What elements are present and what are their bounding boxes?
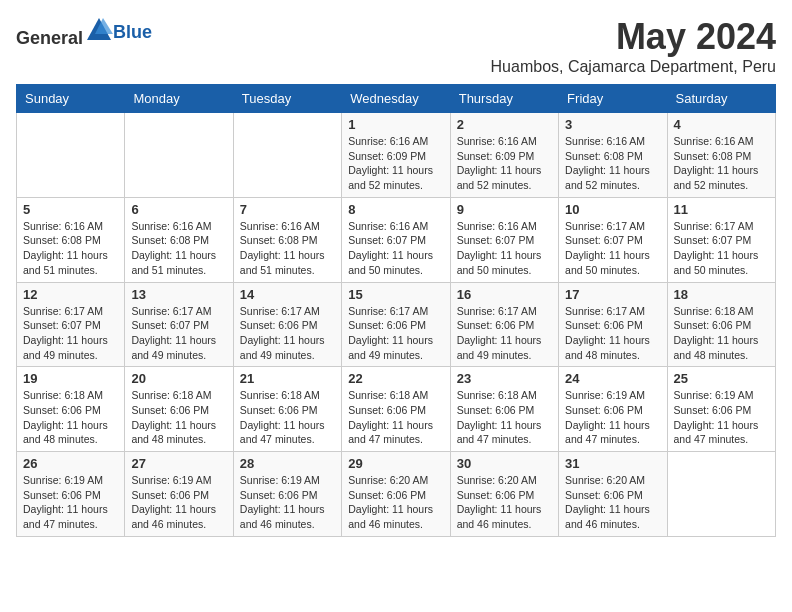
calendar-cell: 12Sunrise: 6:17 AMSunset: 6:07 PMDayligh… [17,282,125,367]
day-info: Sunrise: 6:17 AMSunset: 6:06 PMDaylight:… [565,304,660,363]
day-info: Sunrise: 6:20 AMSunset: 6:06 PMDaylight:… [565,473,660,532]
day-info: Sunrise: 6:17 AMSunset: 6:06 PMDaylight:… [457,304,552,363]
weekday-header-wednesday: Wednesday [342,85,450,113]
day-info: Sunrise: 6:16 AMSunset: 6:08 PMDaylight:… [131,219,226,278]
day-info: Sunrise: 6:17 AMSunset: 6:07 PMDaylight:… [23,304,118,363]
subtitle: Huambos, Cajamarca Department, Peru [491,58,776,76]
calendar-cell: 25Sunrise: 6:19 AMSunset: 6:06 PMDayligh… [667,367,775,452]
calendar-cell: 3Sunrise: 6:16 AMSunset: 6:08 PMDaylight… [559,113,667,198]
day-info: Sunrise: 6:16 AMSunset: 6:09 PMDaylight:… [457,134,552,193]
calendar-cell: 14Sunrise: 6:17 AMSunset: 6:06 PMDayligh… [233,282,341,367]
day-number: 30 [457,456,552,471]
calendar-cell: 18Sunrise: 6:18 AMSunset: 6:06 PMDayligh… [667,282,775,367]
day-info: Sunrise: 6:19 AMSunset: 6:06 PMDaylight:… [23,473,118,532]
day-number: 24 [565,371,660,386]
calendar-cell [233,113,341,198]
calendar-cell: 15Sunrise: 6:17 AMSunset: 6:06 PMDayligh… [342,282,450,367]
calendar-cell: 20Sunrise: 6:18 AMSunset: 6:06 PMDayligh… [125,367,233,452]
main-title: May 2024 [491,16,776,58]
day-info: Sunrise: 6:16 AMSunset: 6:08 PMDaylight:… [23,219,118,278]
calendar-cell: 8Sunrise: 6:16 AMSunset: 6:07 PMDaylight… [342,197,450,282]
day-number: 27 [131,456,226,471]
day-info: Sunrise: 6:18 AMSunset: 6:06 PMDaylight:… [131,388,226,447]
title-section: May 2024 Huambos, Cajamarca Department, … [491,16,776,76]
calendar-cell: 22Sunrise: 6:18 AMSunset: 6:06 PMDayligh… [342,367,450,452]
day-number: 16 [457,287,552,302]
day-number: 7 [240,202,335,217]
calendar-cell: 23Sunrise: 6:18 AMSunset: 6:06 PMDayligh… [450,367,558,452]
day-number: 13 [131,287,226,302]
day-number: 18 [674,287,769,302]
day-info: Sunrise: 6:16 AMSunset: 6:09 PMDaylight:… [348,134,443,193]
weekday-header-monday: Monday [125,85,233,113]
day-info: Sunrise: 6:18 AMSunset: 6:06 PMDaylight:… [240,388,335,447]
day-number: 25 [674,371,769,386]
day-info: Sunrise: 6:19 AMSunset: 6:06 PMDaylight:… [131,473,226,532]
calendar-cell: 31Sunrise: 6:20 AMSunset: 6:06 PMDayligh… [559,452,667,537]
calendar-cell: 29Sunrise: 6:20 AMSunset: 6:06 PMDayligh… [342,452,450,537]
calendar-cell: 11Sunrise: 6:17 AMSunset: 6:07 PMDayligh… [667,197,775,282]
day-info: Sunrise: 6:17 AMSunset: 6:07 PMDaylight:… [565,219,660,278]
day-info: Sunrise: 6:20 AMSunset: 6:06 PMDaylight:… [348,473,443,532]
calendar-cell: 7Sunrise: 6:16 AMSunset: 6:08 PMDaylight… [233,197,341,282]
calendar-cell: 24Sunrise: 6:19 AMSunset: 6:06 PMDayligh… [559,367,667,452]
day-info: Sunrise: 6:17 AMSunset: 6:07 PMDaylight:… [674,219,769,278]
weekday-header-thursday: Thursday [450,85,558,113]
day-number: 2 [457,117,552,132]
day-number: 15 [348,287,443,302]
week-row-2: 5Sunrise: 6:16 AMSunset: 6:08 PMDaylight… [17,197,776,282]
calendar-cell: 19Sunrise: 6:18 AMSunset: 6:06 PMDayligh… [17,367,125,452]
day-info: Sunrise: 6:16 AMSunset: 6:07 PMDaylight:… [457,219,552,278]
calendar-cell: 13Sunrise: 6:17 AMSunset: 6:07 PMDayligh… [125,282,233,367]
day-number: 22 [348,371,443,386]
day-info: Sunrise: 6:19 AMSunset: 6:06 PMDaylight:… [240,473,335,532]
day-number: 3 [565,117,660,132]
week-row-3: 12Sunrise: 6:17 AMSunset: 6:07 PMDayligh… [17,282,776,367]
calendar-cell: 4Sunrise: 6:16 AMSunset: 6:08 PMDaylight… [667,113,775,198]
week-row-4: 19Sunrise: 6:18 AMSunset: 6:06 PMDayligh… [17,367,776,452]
day-number: 28 [240,456,335,471]
weekday-header-friday: Friday [559,85,667,113]
calendar-table: SundayMondayTuesdayWednesdayThursdayFrid… [16,84,776,537]
page-header: General Blue May 2024 Huambos, Cajamarca… [16,16,776,76]
calendar-cell: 26Sunrise: 6:19 AMSunset: 6:06 PMDayligh… [17,452,125,537]
day-number: 5 [23,202,118,217]
calendar-cell [125,113,233,198]
day-info: Sunrise: 6:18 AMSunset: 6:06 PMDaylight:… [674,304,769,363]
day-number: 17 [565,287,660,302]
day-info: Sunrise: 6:17 AMSunset: 6:06 PMDaylight:… [348,304,443,363]
calendar-cell: 17Sunrise: 6:17 AMSunset: 6:06 PMDayligh… [559,282,667,367]
calendar-cell: 21Sunrise: 6:18 AMSunset: 6:06 PMDayligh… [233,367,341,452]
calendar-cell [17,113,125,198]
calendar-cell [667,452,775,537]
calendar-cell: 30Sunrise: 6:20 AMSunset: 6:06 PMDayligh… [450,452,558,537]
week-row-1: 1Sunrise: 6:16 AMSunset: 6:09 PMDaylight… [17,113,776,198]
day-info: Sunrise: 6:17 AMSunset: 6:07 PMDaylight:… [131,304,226,363]
logo: General Blue [16,16,152,49]
day-info: Sunrise: 6:16 AMSunset: 6:07 PMDaylight:… [348,219,443,278]
day-info: Sunrise: 6:19 AMSunset: 6:06 PMDaylight:… [674,388,769,447]
day-number: 29 [348,456,443,471]
day-info: Sunrise: 6:19 AMSunset: 6:06 PMDaylight:… [565,388,660,447]
day-info: Sunrise: 6:18 AMSunset: 6:06 PMDaylight:… [23,388,118,447]
day-number: 8 [348,202,443,217]
day-number: 10 [565,202,660,217]
day-number: 4 [674,117,769,132]
weekday-header-sunday: Sunday [17,85,125,113]
day-info: Sunrise: 6:17 AMSunset: 6:06 PMDaylight:… [240,304,335,363]
day-info: Sunrise: 6:16 AMSunset: 6:08 PMDaylight:… [674,134,769,193]
day-number: 9 [457,202,552,217]
weekday-header-saturday: Saturday [667,85,775,113]
calendar-cell: 9Sunrise: 6:16 AMSunset: 6:07 PMDaylight… [450,197,558,282]
day-number: 19 [23,371,118,386]
calendar-cell: 16Sunrise: 6:17 AMSunset: 6:06 PMDayligh… [450,282,558,367]
day-number: 1 [348,117,443,132]
day-number: 6 [131,202,226,217]
day-number: 26 [23,456,118,471]
day-info: Sunrise: 6:16 AMSunset: 6:08 PMDaylight:… [240,219,335,278]
calendar-cell: 10Sunrise: 6:17 AMSunset: 6:07 PMDayligh… [559,197,667,282]
logo-text-general: General [16,28,83,48]
week-row-5: 26Sunrise: 6:19 AMSunset: 6:06 PMDayligh… [17,452,776,537]
day-number: 21 [240,371,335,386]
weekday-header-row: SundayMondayTuesdayWednesdayThursdayFrid… [17,85,776,113]
